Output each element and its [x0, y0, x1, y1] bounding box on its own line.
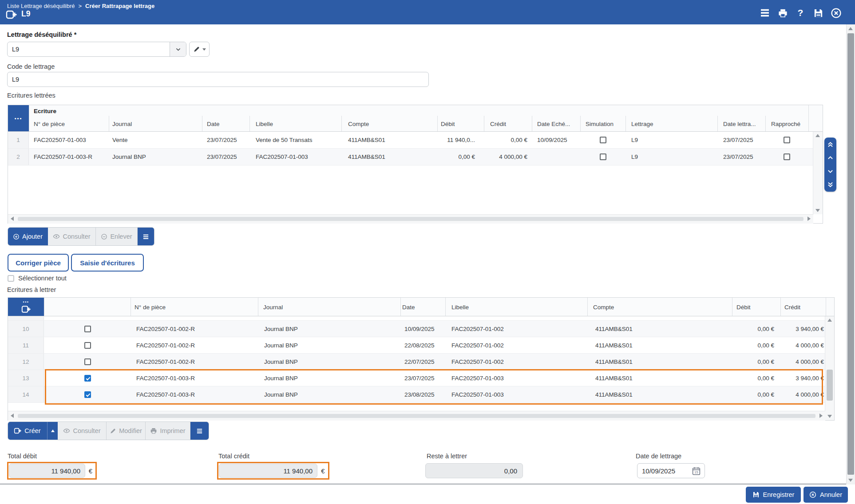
col-header-date[interactable]: Date	[207, 116, 220, 132]
move-top-icon[interactable]	[824, 138, 836, 150]
save-icon[interactable]	[812, 7, 824, 19]
move-bottom-icon[interactable]	[824, 179, 836, 191]
imprimer-button[interactable]: Imprimer	[146, 422, 190, 440]
col-header-lettrage[interactable]: Lettrage	[631, 116, 653, 132]
col-header-compte[interactable]: Compte	[593, 298, 614, 316]
col-header-date[interactable]: Date	[402, 298, 415, 316]
total-debit-currency: €	[86, 463, 95, 478]
table-selector-button[interactable]: •••	[8, 105, 29, 131]
table-vertical-scrollbar[interactable]	[813, 132, 823, 214]
cell-lettrage: L9	[631, 132, 638, 148]
col-header-date-echeance[interactable]: Date Eché...	[537, 116, 570, 132]
col-header-credit[interactable]: Crédit	[490, 116, 506, 132]
col-header-debit[interactable]: Débit	[441, 116, 455, 132]
total-credit-currency: €	[318, 463, 328, 478]
table-create-selector-button[interactable]: •••	[8, 298, 44, 316]
creer-button[interactable]: Créer	[8, 422, 47, 440]
cell-journal: Journal BNP	[264, 370, 298, 386]
creer-dropdown-button[interactable]	[47, 422, 58, 440]
date-lettrage-input[interactable]: 10/09/2025	[637, 463, 705, 478]
col-header-piece[interactable]: N° de pièce	[34, 116, 65, 132]
move-down-icon[interactable]	[824, 165, 836, 177]
app-window: Liste Lettrage déséquilibré > Créer Ratt…	[0, 0, 855, 504]
row-checkbox[interactable]	[84, 358, 91, 365]
col-header-rapproche[interactable]: Rapproché	[771, 116, 800, 132]
total-credit-value: 11 940,00	[219, 464, 317, 478]
table-horizontal-scrollbar[interactable]	[8, 214, 813, 224]
ecritures-a-lettrer-actionbar: Créer Consulter Modifier Imprimer	[8, 421, 209, 440]
cell-libelle: Vente de transat	[451, 316, 495, 320]
page-scrollbar-thumb[interactable]	[847, 33, 854, 475]
cell-piece: FAC202507-01-002-R	[136, 337, 195, 353]
col-header-journal[interactable]: Journal	[112, 116, 132, 132]
cell-libelle: FAC202507-01-002	[451, 337, 504, 353]
more-actions-button[interactable]	[190, 422, 209, 440]
col-header-compte[interactable]: Compte	[348, 116, 369, 132]
lettrage-combobox[interactable]: L9	[7, 42, 186, 57]
cell-credit: 3 940,00 €	[763, 370, 824, 386]
ellipsis-icon: •••	[23, 300, 29, 304]
row-checkbox[interactable]	[84, 326, 91, 332]
col-header-simulation[interactable]: Simulation	[586, 116, 614, 132]
enregistrer-button[interactable]: Enregistrer	[746, 487, 801, 503]
move-up-icon[interactable]	[824, 152, 836, 164]
col-header-debit[interactable]: Débit	[736, 298, 751, 316]
consulter-button[interactable]: Consulter	[48, 228, 96, 245]
enlever-button[interactable]: Enlever	[96, 228, 138, 245]
table-row-clipped[interactable]: 9 FAC202507-01-002 Vente 22/07/2025 Vent…	[8, 316, 826, 321]
total-debit-label: Total débit	[8, 453, 37, 460]
col-header-date-lettrage[interactable]: Date lettra...	[723, 116, 756, 132]
edit-lettrage-button[interactable]	[189, 42, 210, 57]
col-header-piece[interactable]: N° de pièce	[135, 298, 166, 316]
col-header-libelle[interactable]: Libelle	[451, 298, 469, 316]
table-vertical-scrollbar[interactable]	[825, 316, 834, 420]
menu-icon[interactable]	[759, 7, 771, 19]
help-icon[interactable]: ?	[795, 7, 806, 19]
select-all-checkbox[interactable]	[8, 275, 14, 282]
col-header-credit[interactable]: Crédit	[784, 298, 800, 316]
table-row[interactable]: 12 FAC202507-01-002-R Journal BNP 22/07/…	[8, 354, 826, 370]
row-checkbox[interactable]	[84, 375, 91, 382]
breadcrumb-parent-link[interactable]: Liste Lettrage déséquilibré	[7, 3, 75, 9]
simulation-checkbox[interactable]	[600, 137, 606, 143]
saisie-ecritures-button[interactable]: Saisie d'écritures	[71, 254, 144, 272]
total-debit-value: 11 940,00	[9, 464, 85, 478]
table-row[interactable]: 10 FAC202507-01-002-R Journal BNP 10/09/…	[8, 321, 826, 337]
chevron-down-icon[interactable]	[170, 42, 186, 56]
rapproche-checkbox[interactable]	[784, 137, 790, 143]
simulation-checkbox[interactable]	[600, 154, 606, 160]
row-checkbox[interactable]	[84, 342, 91, 349]
close-icon[interactable]	[830, 7, 842, 19]
cell-compte: 411AMB&S01	[595, 316, 633, 320]
table-row-selected[interactable]: 14 FAC202507-01-003-R Journal BNP 23/08/…	[8, 386, 826, 403]
cell-credit: 3 940,00 €	[763, 321, 824, 337]
annuler-button[interactable]: Annuler	[804, 487, 848, 503]
table-horizontal-scrollbar[interactable]	[8, 411, 825, 421]
save-icon	[752, 491, 760, 498]
ecritures-lettrees-label: Ecritures lettrées	[7, 92, 55, 99]
print-icon[interactable]	[777, 7, 788, 19]
table-row-selected[interactable]: 13 FAC202507-01-003-R Journal BNP 23/07/…	[8, 370, 826, 386]
col-header-journal[interactable]: Journal	[263, 298, 283, 316]
cell-journal: Journal BNP	[264, 321, 298, 337]
calendar-icon[interactable]	[692, 466, 701, 476]
table-row[interactable]: 1 FAC202507-01-003 Vente 23/07/2025 Vent…	[8, 132, 823, 149]
modifier-button[interactable]: Modifier	[107, 422, 146, 440]
corriger-piece-button[interactable]: Corriger pièce	[8, 254, 69, 272]
row-checkbox[interactable]	[84, 391, 91, 398]
cell-journal: Journal BNP	[264, 337, 298, 353]
consulter-button[interactable]: Consulter	[58, 422, 107, 440]
table-row[interactable]: 11 FAC202507-01-002-R Journal BNP 22/08/…	[8, 337, 826, 354]
page-scrollbar[interactable]	[846, 24, 855, 484]
breadcrumb-current: Créer Rattrapage lettrage	[85, 3, 154, 9]
date-lettrage-label: Date de lettrage	[636, 453, 681, 460]
more-actions-button[interactable]	[138, 228, 154, 245]
cell-compte: 411AMB&S01	[595, 370, 633, 386]
col-header-libelle[interactable]: Libelle	[256, 116, 273, 132]
table-row[interactable]: 2 FAC202507-01-003-R Journal BNP 23/07/2…	[8, 149, 823, 165]
rapproche-checkbox[interactable]	[784, 154, 790, 160]
code-lettrage-input[interactable]: L9	[7, 72, 429, 87]
ajouter-button[interactable]: Ajouter	[8, 228, 48, 245]
ecritures-a-lettrer-header: ••• N° de pièce Journal Date Libelle Com…	[8, 298, 834, 316]
close-icon	[809, 491, 816, 498]
